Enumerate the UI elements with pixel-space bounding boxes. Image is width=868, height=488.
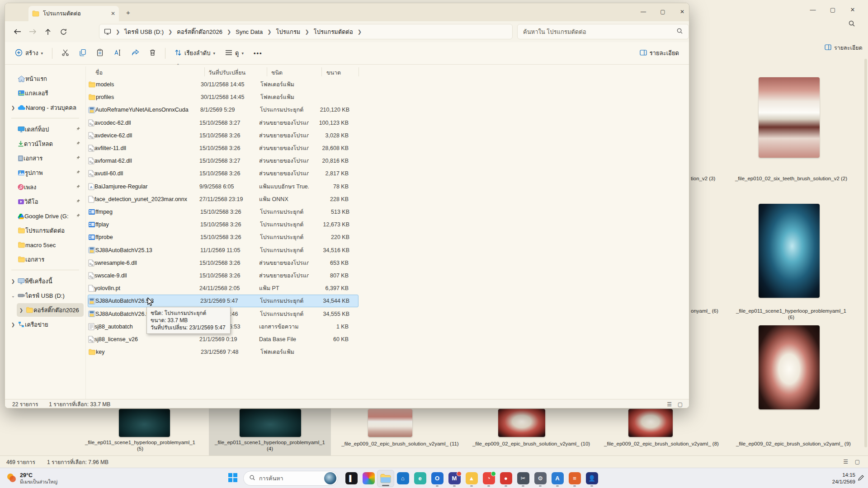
breadcrumb-segment[interactable]: โปรแกรม bbox=[274, 26, 302, 38]
search-icon[interactable] bbox=[676, 28, 683, 36]
file-row[interactable]: avdevice-62.dll15/10/2568 3:26ส่วนขยายขอ… bbox=[88, 129, 359, 142]
taskbar-app-outlook[interactable]: O bbox=[429, 470, 446, 487]
thumbnail-image[interactable] bbox=[498, 409, 545, 437]
taskbar-app-photos[interactable] bbox=[360, 470, 377, 487]
bg-thumb-view-icon[interactable]: ▢ bbox=[855, 459, 860, 465]
taskbar-app-microsoft-store[interactable]: ⌂ bbox=[394, 470, 411, 487]
taskbar-app-messenger[interactable]: M bbox=[446, 470, 463, 487]
taskbar-app-capcut[interactable]: ▌ bbox=[343, 470, 360, 487]
sidebar-item-เพลง[interactable]: เพลง bbox=[9, 180, 84, 194]
bg-close-button[interactable]: ✕ bbox=[843, 4, 863, 15]
taskbar-app-snipping-tool[interactable]: ✂ bbox=[514, 470, 532, 487]
expand-chevron-icon[interactable]: ❯ bbox=[9, 322, 18, 327]
clock-widget[interactable]: 14:15 24/1/2569 bbox=[832, 472, 855, 485]
file-row[interactable]: avcodec-62.dll15/10/2568 3:27ส่วนขยายของ… bbox=[88, 117, 359, 129]
chevron-right-icon[interactable]: ❯ bbox=[304, 29, 310, 35]
bg-list-view-icon[interactable]: ☰ bbox=[843, 459, 848, 465]
file-row[interactable]: key23/1/2569 7:48โฟลเดอร์แฟ้ม bbox=[88, 346, 359, 358]
sidebar-item-Narong---ส่วนบุคคล[interactable]: ❯Narong - ส่วนบุคคล bbox=[9, 101, 84, 114]
file-row[interactable]: ffprobe15/10/2568 3:26โปรแกรมประยุกต์220… bbox=[88, 231, 359, 244]
more-options-button[interactable]: ••• bbox=[250, 47, 266, 59]
thumbnail-image[interactable] bbox=[368, 409, 412, 437]
list-view-toggle-icon[interactable]: ☰ bbox=[667, 401, 672, 408]
sidebar-item-เครือข่าย[interactable]: ❯เครือข่าย bbox=[9, 318, 84, 331]
sidebar-item-macro-5sec[interactable]: macro 5sec bbox=[9, 238, 84, 252]
expand-chevron-icon[interactable]: ❯ bbox=[17, 308, 26, 313]
bg-search-icon[interactable] bbox=[848, 20, 855, 29]
new-tab-button[interactable]: + bbox=[126, 9, 130, 16]
file-row[interactable]: ABaiJamjuree-Regular9/9/2568 6:05แฟ้มแบบ… bbox=[88, 180, 359, 193]
taskbar-app-photo-viewer[interactable]: A bbox=[549, 470, 566, 487]
taskbar-app-remote-desktop[interactable]: 👤 bbox=[583, 470, 600, 487]
sidebar-item-รูปภาพ[interactable]: รูปภาพ bbox=[9, 166, 84, 179]
sidebar-item-โปรแกรมตัดต่อ[interactable]: โปรแกรมตัดต่อ bbox=[9, 224, 84, 237]
view-button[interactable]: ดู▾ bbox=[222, 46, 247, 61]
sort-button[interactable]: เรียงลำดับ▾ bbox=[171, 46, 219, 61]
chevron-right-icon[interactable]: ❯ bbox=[226, 29, 232, 35]
breadcrumb-segment[interactable]: ไดรฟ์ USB (D:) bbox=[123, 26, 165, 38]
taskbar-app-edge[interactable]: e bbox=[411, 470, 429, 487]
cut-button[interactable] bbox=[58, 46, 73, 61]
thumb-view-toggle-icon[interactable]: ▢ bbox=[678, 401, 683, 408]
file-row[interactable]: avformat-62.dll15/10/2568 3:27ส่วนขยายขอ… bbox=[88, 155, 359, 167]
taskbar-app-notepad[interactable]: ≡ bbox=[566, 470, 583, 487]
taskbar-search[interactable]: การค้นหา bbox=[243, 471, 338, 486]
thumbnail-image[interactable] bbox=[759, 77, 820, 158]
file-row[interactable]: ffmpeg15/10/2568 3:26โปรแกรมประยุกต์513 … bbox=[88, 206, 359, 218]
window-close-button[interactable]: ✕ bbox=[675, 5, 689, 19]
chevron-right-icon[interactable]: ❯ bbox=[266, 29, 272, 35]
taskbar-app-file-explorer[interactable] bbox=[377, 470, 394, 487]
delete-button[interactable] bbox=[146, 46, 160, 60]
thumbnail-image[interactable] bbox=[628, 409, 673, 437]
bg-minimize-button[interactable]: — bbox=[803, 4, 823, 15]
chevron-right-icon[interactable]: ❯ bbox=[167, 29, 173, 35]
file-row[interactable]: avfilter-11.dll15/10/2568 3:26ส่วนขยายขอ… bbox=[88, 142, 359, 155]
search-highlight-image[interactable] bbox=[324, 472, 336, 484]
bg-scrollbar[interactable] bbox=[864, 59, 867, 447]
bg-details-toggle[interactable]: รายละเอียด bbox=[825, 43, 863, 52]
taskbar-app-google-drive[interactable]: ▲ bbox=[463, 470, 480, 487]
expand-chevron-icon[interactable]: ⌄ bbox=[9, 293, 18, 298]
thumbnail-image[interactable] bbox=[119, 409, 170, 437]
file-row[interactable]: ffplay15/10/2568 3:26โปรแกรมประยุกต์12,6… bbox=[88, 218, 359, 231]
file-row[interactable]: avutil-60.dll15/10/2568 3:26ส่วนขยายของโ… bbox=[88, 167, 359, 180]
tab-close-icon[interactable]: ✕ bbox=[111, 10, 115, 17]
sidebar-item-พีซีเครื่องนี้[interactable]: ❯พีซีเครื่องนี้ bbox=[9, 274, 84, 288]
sidebar-item-ดาวน์โหลด[interactable]: ดาวน์โหลด bbox=[9, 137, 84, 150]
taskbar-app-settings[interactable]: ⚙ bbox=[532, 470, 549, 487]
file-row[interactable]: AutoReframeYuNetAiLensOnnxCuda8/1/2569 5… bbox=[88, 103, 359, 116]
forward-icon[interactable] bbox=[25, 25, 40, 38]
chevron-right-icon[interactable]: ❯ bbox=[357, 29, 363, 35]
sidebar-item-เอกสาร[interactable]: เอกสาร bbox=[9, 253, 84, 266]
file-row[interactable]: SJ88AutoBatchV25.1311/1/2569 11:05โปรแกร… bbox=[88, 244, 359, 257]
file-row[interactable]: swscale-9.dll15/10/2568 3:26ส่วนขยายของโ… bbox=[88, 269, 359, 282]
pen-menu-icon[interactable] bbox=[858, 474, 864, 483]
column-date[interactable]: วันที่ปรับเปลี่ยน bbox=[208, 68, 245, 77]
sidebar-item-ไดรฟ์-USB-(D:)[interactable]: ⌄ไดรฟ์ USB (D:) bbox=[9, 289, 84, 302]
column-type[interactable]: ชนิด bbox=[271, 68, 283, 77]
paste-button[interactable] bbox=[93, 46, 107, 61]
taskbar-app-chrome[interactable]: ◔ bbox=[480, 470, 497, 487]
window-maximize-button[interactable]: ▢ bbox=[655, 5, 670, 19]
sidebar-item-เอกสาร[interactable]: เอกสาร bbox=[9, 151, 84, 165]
breadcrumb-segment[interactable]: Sync Data bbox=[234, 28, 264, 36]
file-row[interactable]: models30/11/2568 14:45โฟลเดอร์แฟ้ม bbox=[88, 78, 359, 91]
tab-current-folder[interactable]: โปรแกรมตัดต่อ ✕ bbox=[28, 6, 119, 21]
window-minimize-button[interactable]: — bbox=[636, 5, 651, 19]
sidebar-item-เดสก์ท็อป[interactable]: เดสก์ท็อป bbox=[9, 122, 84, 136]
breadcrumb-segment[interactable]: โปรแกรมตัดต่อ bbox=[312, 26, 355, 38]
start-button[interactable] bbox=[227, 472, 239, 485]
expand-chevron-icon[interactable]: ❯ bbox=[9, 105, 18, 110]
file-row[interactable]: yolov8n.pt24/11/2568 2:05แฟ้ม PT6,397 KB bbox=[88, 282, 359, 295]
thumbnail-image[interactable] bbox=[759, 204, 820, 298]
rename-button[interactable] bbox=[110, 47, 125, 60]
weather-widget[interactable]: 29°C มีเมฆเป็นส่วนใหญ่ bbox=[5, 472, 57, 485]
bg-maximize-button[interactable]: ▢ bbox=[823, 4, 843, 15]
sidebar-item-วิดีโอ[interactable]: วิดีโอ bbox=[9, 195, 84, 208]
file-row[interactable]: face_detection_yunet_2023mar.onnx27/11/2… bbox=[88, 193, 359, 206]
search-box[interactable]: ค้นหาใน โปรแกรมตัดต่อ bbox=[517, 24, 689, 39]
new-button[interactable]: สร้าง▾ bbox=[11, 46, 47, 61]
column-size[interactable]: ขนาด bbox=[326, 68, 341, 77]
thumbnail-image[interactable] bbox=[759, 325, 820, 409]
column-name[interactable]: ชื่อ bbox=[95, 68, 103, 77]
